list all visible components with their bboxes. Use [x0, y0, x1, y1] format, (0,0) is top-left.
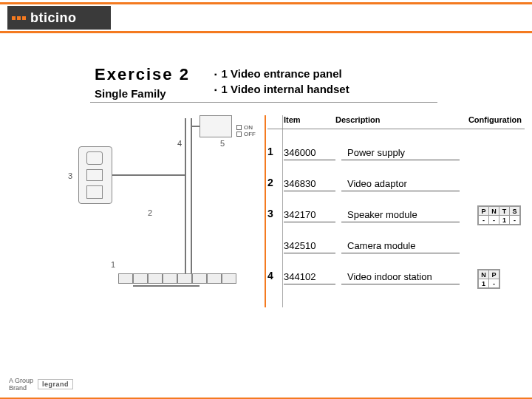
row-item: 346000: [284, 147, 335, 160]
row-desc: Video indoor station: [341, 271, 460, 284]
bullet-list: 1 Video entrance panel 1 Video internal …: [214, 66, 349, 98]
diagram-label-1: 1: [111, 260, 115, 269]
logo-dot-icon: [17, 16, 21, 20]
cfg-val: -: [489, 279, 499, 288]
row-item: 342510: [284, 240, 335, 253]
col-description: Description: [335, 115, 454, 124]
row-item: 346830: [284, 178, 335, 191]
video-handset-icon: [200, 115, 232, 137]
wiring-diagram: 3 2 4 5 ON OFF 1: [74, 112, 266, 304]
speaker-grille-icon: [86, 169, 103, 181]
row-item: 344102: [284, 271, 335, 284]
bullet-item: 1 Video entrance panel: [214, 66, 349, 82]
cfg-head: S: [510, 207, 520, 216]
header-rule-bottom: [0, 31, 532, 33]
camera-lens-icon: [86, 151, 103, 165]
page-title: Exercise 2: [95, 65, 190, 84]
logo-dot-icon: [12, 16, 16, 20]
cfg-head: T: [499, 207, 510, 216]
col-configuration: Configuration: [454, 115, 525, 124]
wire-icon: [112, 174, 185, 176]
logo-dot-icon: [22, 16, 26, 20]
entrance-panel-icon: [78, 146, 112, 204]
footer: A Group Brand legrand: [9, 377, 73, 392]
brand-logo: bticino: [7, 6, 111, 30]
row-item: 342170: [284, 209, 335, 222]
cfg-val: 1: [479, 279, 489, 288]
cfg-head: P: [479, 207, 489, 216]
switch-off-icon: [236, 132, 242, 137]
cfg-val: -: [489, 216, 499, 225]
slide: bticino Exercise 2 Single Family 1 Video…: [0, 0, 532, 399]
onoff-legend: ON OFF: [236, 124, 259, 137]
legend-on: ON: [244, 124, 253, 131]
cfg-head: P: [489, 270, 499, 279]
wire-icon: [185, 118, 186, 274]
row-index: 3: [267, 208, 284, 222]
config-grid-np: N P 1 -: [477, 269, 500, 289]
brand-logo-text: bticino: [30, 10, 77, 26]
parts-table: Item Description Configuration 1 346000 …: [267, 112, 525, 284]
wire-icon: [133, 285, 200, 287]
wire-icon: [192, 126, 200, 127]
row-desc: Speaker module: [341, 209, 460, 222]
page-subtitle: Single Family: [95, 87, 190, 100]
cfg-val: -: [510, 216, 520, 225]
cfg-head: N: [479, 270, 489, 279]
table-header-row: Item Description Configuration: [267, 112, 525, 129]
table-row: 1 346000 Power supply: [267, 129, 525, 160]
bullet-item: 1 Video internal handset: [214, 82, 349, 98]
cfg-val: 1: [499, 216, 510, 225]
legrand-logo: legrand: [38, 379, 73, 389]
diagram-label-2: 2: [148, 208, 152, 217]
footer-group-text: A Group: [9, 377, 33, 384]
title-block: Exercise 2 Single Family: [95, 65, 190, 100]
wire-icon: [191, 118, 192, 274]
row-index: 4: [267, 270, 284, 284]
header: bticino: [0, 0, 532, 43]
footer-group-label: A Group Brand: [9, 377, 33, 392]
diagram-label-3: 3: [68, 171, 72, 180]
bus-rail-icon: [118, 273, 236, 284]
diagram-label-4: 4: [177, 139, 182, 148]
keypad-icon: [86, 185, 103, 199]
row-desc: Video adaptor: [341, 178, 460, 191]
diagram-label-5: 5: [220, 139, 225, 148]
row-desc: Power supply: [341, 147, 460, 160]
col-item: Item: [284, 115, 335, 124]
row-index: 2: [267, 177, 284, 191]
table-accent-rule: [265, 115, 266, 307]
config-grid-pnts: P N T S - - 1 -: [477, 205, 521, 225]
table-row: 342510 Camera module: [267, 222, 525, 253]
section-divider: [90, 102, 437, 103]
row-index: 1: [267, 146, 284, 160]
table-row: 2 346830 Video adaptor: [267, 160, 525, 191]
header-rule-top: [0, 2, 532, 4]
cfg-head: N: [489, 207, 499, 216]
legend-off: OFF: [244, 131, 256, 137]
footer-brand-text: Brand: [9, 384, 33, 392]
switch-on-icon: [236, 125, 242, 130]
cfg-val: -: [479, 216, 489, 225]
row-desc: Camera module: [341, 240, 460, 253]
